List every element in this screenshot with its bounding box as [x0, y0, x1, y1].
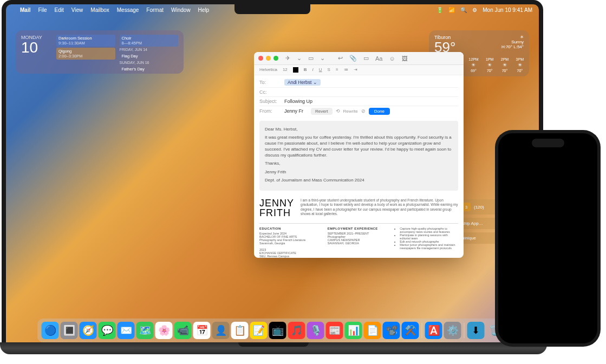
dock-maps-icon[interactable]: 🗺️: [136, 322, 154, 339]
dock-messages-icon[interactable]: 💬: [99, 322, 116, 339]
menu-edit[interactable]: Edit: [55, 7, 64, 13]
chevron-down-icon[interactable]: ⌄: [320, 55, 325, 62]
revert-icon[interactable]: ⟲: [336, 108, 340, 114]
dock-safari-icon[interactable]: 🧭: [80, 322, 97, 339]
subject-field[interactable]: Following Up: [284, 99, 312, 104]
attachment-icon[interactable]: 📎: [349, 55, 357, 62]
laptop-notch: [234, 4, 310, 14]
menu-file[interactable]: File: [38, 7, 47, 13]
education-line: SEU, Rennes Campus: [259, 255, 322, 258]
resume-name-line2: FRITH: [259, 208, 294, 218]
dock-downloads-icon[interactable]: ⬇: [467, 322, 485, 339]
font-icon[interactable]: Aa: [375, 55, 382, 62]
iphone-dynamic-island: [532, 139, 564, 147]
dock-xcode-icon[interactable]: ⚒️: [402, 322, 419, 339]
body-signature-name: Jenny Frith: [265, 169, 453, 175]
dock-calendar-icon[interactable]: 📅: [193, 322, 211, 339]
compose-window: ✈︎ ⌄ ▭ ⌄ ↩︎ 📎 ▭ Aa ☺ 🖼 Helvetica 12 B I …: [254, 52, 464, 258]
employment-bullet: Mentor junior photographers and maintain…: [400, 243, 458, 250]
weather-hilo: H:70° L:54°: [501, 44, 524, 49]
compose-titlebar[interactable]: ✈︎ ⌄ ▭ ⌄ ↩︎ 📎 ▭ Aa ☺ 🖼: [254, 52, 464, 65]
battery-icon[interactable]: 🔋: [436, 7, 443, 13]
indent-icon[interactable]: ⇥: [354, 67, 357, 72]
dock-appstore-icon[interactable]: 🅰️: [425, 322, 442, 339]
calendar-event[interactable]: Father's Day: [120, 66, 179, 73]
minimize-button[interactable]: [266, 56, 271, 61]
dock-tv-icon[interactable]: 📺: [269, 322, 286, 339]
dock-news-icon[interactable]: 📰: [326, 322, 343, 339]
body-signature-dept: Dept. of Journalism and Mass Communicati…: [265, 177, 453, 183]
compose-body[interactable]: Dear Ms. Herbst, It was great meeting yo…: [259, 121, 458, 191]
calendar-date-header: FRIDAY, JUN 14: [120, 48, 179, 51]
menu-format[interactable]: Format: [146, 7, 164, 13]
done-button[interactable]: Done: [369, 108, 390, 115]
calendar-event[interactable]: Choir8—8:45PM: [120, 35, 179, 47]
iphone-device: [495, 130, 601, 347]
wifi-icon[interactable]: 📶: [448, 7, 455, 13]
calendar-event[interactable]: Darkroom Session9:30–11:30AM: [56, 35, 115, 47]
dock-notes-icon[interactable]: 📝: [250, 322, 268, 339]
underline-button[interactable]: U: [319, 67, 322, 72]
dock-settings-icon[interactable]: ⚙️: [444, 322, 461, 339]
datetime[interactable]: Mon Jun 10 9:41 AM: [483, 7, 532, 13]
calendar-event[interactable]: Flag Day: [120, 53, 179, 60]
menu-window[interactable]: Window: [171, 7, 191, 13]
dock-photos-icon[interactable]: 🌸: [155, 322, 173, 339]
format-icon[interactable]: ▭: [363, 55, 369, 62]
font-select[interactable]: Helvetica: [259, 67, 277, 72]
dock-facetime-icon[interactable]: 📹: [174, 322, 192, 339]
close-button[interactable]: [258, 56, 263, 61]
body-greeting: Dear Ms. Herbst,: [265, 126, 453, 132]
dock-separator: [422, 323, 422, 338]
weather-hour: 12PM☀69°: [468, 57, 478, 73]
dock-music-icon[interactable]: 🎵: [288, 322, 305, 339]
align-icon[interactable]: ≡: [336, 67, 338, 72]
zoom-button[interactable]: [273, 56, 278, 61]
emoji-icon[interactable]: ☺: [389, 55, 395, 62]
italic-button[interactable]: I: [312, 67, 314, 72]
to-label: To:: [259, 80, 280, 85]
body-signoff: Thanks,: [265, 160, 453, 166]
font-size[interactable]: 12: [283, 67, 288, 72]
from-value[interactable]: Jenny Fr: [284, 108, 303, 114]
reply-icon[interactable]: ↩︎: [338, 55, 343, 62]
dock-finder-icon[interactable]: 🔵: [42, 322, 59, 339]
dock-keynote-icon[interactable]: 📽️: [383, 322, 400, 339]
dock-launchpad-icon[interactable]: 🔳: [61, 322, 78, 339]
photo-icon[interactable]: 🖼: [402, 55, 408, 62]
menu-help[interactable]: Help: [198, 7, 210, 13]
search-icon[interactable]: 🔍: [460, 7, 467, 13]
menu-message[interactable]: Message: [117, 7, 139, 13]
revert-button[interactable]: Revert: [311, 108, 333, 115]
resume-bio: I am a third-year student undergraduate …: [301, 198, 458, 218]
dock-mail-icon[interactable]: ✉️: [118, 322, 135, 339]
dock-pages-icon[interactable]: 📄: [364, 322, 381, 339]
rewrite-label: Rewrite: [343, 109, 358, 114]
iphone-screen: [498, 133, 597, 343]
calendar-event[interactable]: Qigong2:00–3:30PM: [56, 48, 115, 60]
dock-podcasts-icon[interactable]: 🎙️: [307, 322, 324, 339]
app-suggestion-label: ship App…: [462, 221, 483, 226]
send-icon[interactable]: ✈︎: [285, 55, 290, 62]
chevron-down-icon[interactable]: ⌄: [297, 55, 302, 62]
app-name[interactable]: Mail: [20, 7, 30, 13]
dock-contacts-icon[interactable]: 👤: [212, 322, 230, 339]
to-recipient-pill[interactable]: Andi Herbst ⌄: [284, 79, 321, 86]
from-label: From:: [259, 108, 280, 114]
format-bar: Helvetica 12 B I U S ≡ ≔ ⇥: [254, 65, 464, 75]
menu-view[interactable]: View: [71, 7, 83, 13]
header-fields-icon[interactable]: ▭: [308, 55, 314, 62]
calendar-widget[interactable]: MONDAY 10 Darkroom Session9:30–11:30AMQi…: [16, 30, 184, 74]
list-icon[interactable]: ≔: [344, 67, 348, 72]
cc-label: Cc:: [259, 89, 280, 95]
rewrite-icon[interactable]: ⊘: [361, 108, 366, 114]
control-center-icon[interactable]: ⚙: [472, 7, 477, 13]
bold-button[interactable]: B: [304, 67, 307, 72]
strike-button[interactable]: S: [328, 67, 330, 72]
dock-reminders-icon[interactable]: 📋: [231, 322, 249, 339]
resume-attachment[interactable]: JENNY FRITH I am a third-year student un…: [259, 193, 458, 223]
color-swatch[interactable]: [293, 67, 298, 73]
dock-numbers-icon[interactable]: 📊: [345, 322, 362, 339]
subject-label: Subject:: [259, 99, 280, 104]
menu-mailbox[interactable]: Mailbox: [90, 7, 109, 13]
